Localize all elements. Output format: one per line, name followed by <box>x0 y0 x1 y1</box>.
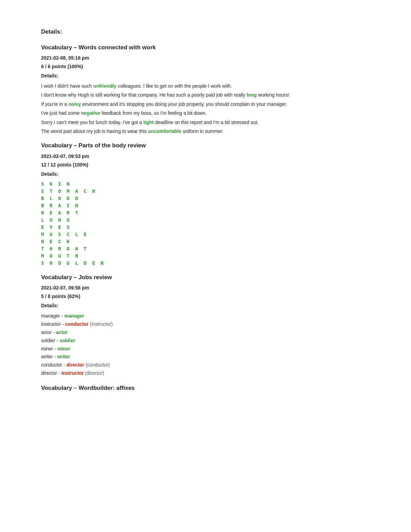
work-line-2: I don't know why Hugh is still working f… <box>41 91 370 99</box>
job-note-director: (director) <box>85 370 104 376</box>
job-answer-instructor: instructor <box>61 370 84 376</box>
body-word-eyes: E Y E S <box>41 224 370 231</box>
section-vocab-work: Vocabulary – Words connected with work 2… <box>41 43 370 135</box>
job-answer-actor: actor <box>56 330 68 335</box>
section-date-body: 2021-02-07, 09:53 pm <box>41 153 370 160</box>
section-points-body: 12 / 12 points (100%) <box>41 161 370 169</box>
section-vocab-wordbuilder: Vocabulary – Wordbuilder: affixes <box>41 384 370 393</box>
section-details-label-work: Details: <box>41 72 370 79</box>
section-points-jobs: 5 / 8 points (62%) <box>41 293 370 300</box>
section-details-label-body: Details: <box>41 171 370 178</box>
body-word-mouth: M O U T H <box>41 252 370 260</box>
body-word-heart: H E A R T <box>41 209 370 216</box>
work-line-5: Sorry I can't meet you for lunch today. … <box>41 119 370 126</box>
body-word-stomach: S T O M A C H <box>41 188 370 195</box>
job-answer-director: director <box>66 362 84 368</box>
body-word-brain: B R A I N <box>41 202 370 209</box>
section-title-body: Vocabulary – Parts of the body review <box>41 141 370 150</box>
body-word-blood: B L O O D <box>41 195 370 202</box>
body-word-skin: S K I N <box>41 181 370 188</box>
highlight-tight: tight <box>143 120 153 125</box>
jobs-pairs-list: manager - manager instructor - conductor… <box>41 312 370 377</box>
highlight-noisy: noisy <box>68 101 81 107</box>
job-pair-soldier: soldier - soldier <box>41 337 370 345</box>
section-date-work: 2021-02-08, 05:16 pm <box>41 54 370 62</box>
section-title-work: Vocabulary – Words connected with work <box>41 43 370 52</box>
work-line-6: The worst part about my job is having to… <box>41 127 370 135</box>
section-title-wordbuilder: Vocabulary – Wordbuilder: affixes <box>41 384 370 393</box>
body-word-throat: T H R O A T <box>41 245 370 252</box>
highlight-unfriendly: unfriendly <box>93 83 116 89</box>
job-pair-conductor: conductor - director (conductor) <box>41 361 370 369</box>
job-pair-miner: miner - miner <box>41 345 370 353</box>
section-date-jobs: 2021-02-07, 09:56 pm <box>41 284 370 292</box>
highlight-uncomfortable: uncomfortable <box>148 128 181 134</box>
job-note-conductor: (conductor) <box>86 362 110 368</box>
highlight-negative: negative <box>81 110 100 116</box>
section-vocab-body: Vocabulary – Parts of the body review 20… <box>41 141 370 267</box>
job-pair-director: director - instructor (director) <box>41 369 370 378</box>
job-answer-manager: manager <box>64 313 84 319</box>
job-answer-writer: writer <box>57 354 70 359</box>
section-content-work: I wish I didn't have such unfriendly col… <box>41 82 370 135</box>
section-points-work: 6 / 6 points (100%) <box>41 63 370 70</box>
highlight-long: long <box>247 92 257 98</box>
job-answer-soldier: soldier <box>60 338 75 343</box>
job-note-instructor: (instructor) <box>90 321 113 327</box>
body-word-shoulder: S H O U L D E R <box>41 260 370 267</box>
job-answer-conductor: conductor <box>65 321 88 327</box>
body-word-neck: N E C K <box>41 238 370 245</box>
work-line-3: If you're in a noisy environment and it'… <box>41 100 370 108</box>
job-pair-instructor: instructor - conductor (instructor) <box>41 320 370 329</box>
section-details-label-jobs: Details: <box>41 302 370 309</box>
section-vocab-jobs: Vocabulary – Jobs review 2021-02-07, 09:… <box>41 273 370 378</box>
job-pair-manager: manager - manager <box>41 312 370 320</box>
section-title-jobs: Vocabulary – Jobs review <box>41 273 370 282</box>
work-line-4: I've just had some negative feedback fro… <box>41 109 370 117</box>
job-pair-actor: actor - actor <box>41 329 370 337</box>
body-word-lung: L U N G <box>41 216 370 224</box>
body-word-muscle: M U S C L E <box>41 231 370 238</box>
body-words-list: S K I N S T O M A C H B L O O D B R A I … <box>41 181 370 267</box>
work-line-1: I wish I didn't have such unfriendly col… <box>41 82 370 90</box>
page-heading: Details: <box>41 27 370 36</box>
job-answer-miner: miner <box>57 346 70 351</box>
job-pair-writer: writer - writer <box>41 353 370 361</box>
